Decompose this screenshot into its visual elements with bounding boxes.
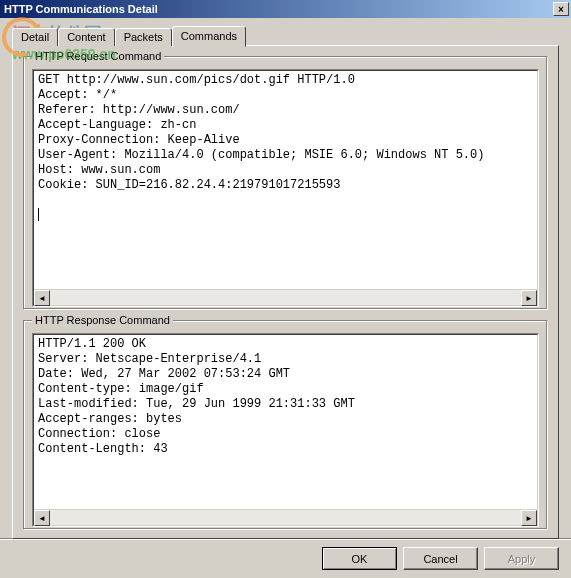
content-area: Detail Content Packets Commands HTTP Req… [0,18,571,538]
scroll-track[interactable] [50,510,521,525]
tab-packets[interactable]: Packets [115,28,172,46]
apply-button: Apply [484,547,559,570]
scroll-track[interactable] [50,290,521,305]
response-textbox-wrap: HTTP/1.1 200 OK Server: Netscape-Enterpr… [32,333,539,527]
text-cursor [38,208,39,221]
request-textbox-wrap: GET http://www.sun.com/pics/dot.gif HTTP… [32,69,539,307]
response-hscrollbar[interactable]: ◄ ► [34,509,537,525]
scroll-right-icon[interactable]: ► [521,510,537,526]
scroll-left-icon[interactable]: ◄ [34,290,50,306]
tab-content[interactable]: Content [58,28,115,46]
cancel-button[interactable]: Cancel [403,547,478,570]
request-hscrollbar[interactable]: ◄ ► [34,289,537,305]
close-button[interactable]: × [553,2,569,16]
tab-strip: Detail Content Packets Commands [12,26,559,46]
scroll-right-icon[interactable]: ► [521,290,537,306]
window-title: HTTP Communications Detail [4,3,553,15]
response-textbox[interactable]: HTTP/1.1 200 OK Server: Netscape-Enterpr… [34,335,537,509]
ok-button[interactable]: OK [322,547,397,570]
request-fieldset: HTTP Request Command GET http://www.sun.… [23,56,548,310]
tab-panel-commands: HTTP Request Command GET http://www.sun.… [12,45,559,539]
tab-detail[interactable]: Detail [12,28,58,46]
request-legend: HTTP Request Command [32,50,164,62]
button-bar: OK Cancel Apply [0,538,571,578]
scroll-left-icon[interactable]: ◄ [34,510,50,526]
titlebar: HTTP Communications Detail × [0,0,571,18]
request-textbox[interactable]: GET http://www.sun.com/pics/dot.gif HTTP… [34,71,537,289]
tab-commands[interactable]: Commands [172,26,246,47]
close-icon: × [558,4,564,15]
response-legend: HTTP Response Command [32,314,173,326]
response-fieldset: HTTP Response Command HTTP/1.1 200 OK Se… [23,320,548,530]
